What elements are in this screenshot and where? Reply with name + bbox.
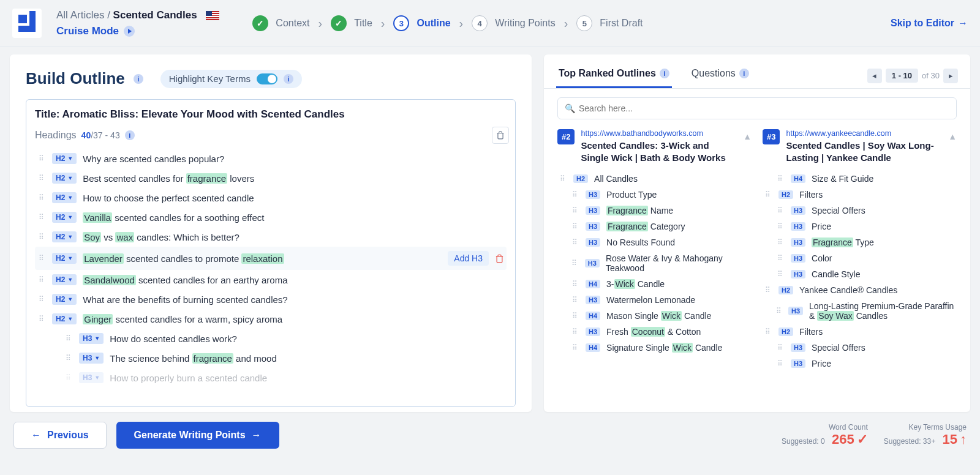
drag-handle-icon[interactable]: ⠿ [37,295,46,304]
heading-tag-select[interactable]: H2▼ [52,192,77,203]
drag-handle-icon[interactable]: ⠿ [776,254,785,263]
drag-handle-icon[interactable]: ⠿ [64,354,73,362]
competitor-heading[interactable]: ⠿ H3 No Results Found [570,234,752,250]
competitor-heading[interactable]: ⠿ H2 Filters [763,187,957,203]
info-icon[interactable]: i [125,130,135,140]
drag-handle-icon[interactable]: ⠿ [571,280,579,288]
step-title[interactable]: Title [322,15,381,31]
drag-handle-icon[interactable]: ⠿ [571,222,579,231]
info-icon[interactable]: i [660,69,669,78]
competitor-heading[interactable]: ⠿ H3 Fragrance Name [570,203,752,219]
competitor-heading[interactable]: ⠿ H3 Price [775,219,957,234]
skip-to-editor-button[interactable]: Skip to Editor → [891,18,968,29]
drag-handle-icon[interactable]: ⠿ [571,296,579,304]
tab-questions[interactable]: Questionsi [689,63,752,88]
drag-handle-icon[interactable]: ⠿ [776,343,785,352]
competitor-heading[interactable]: ⠿ H3 Candle Style [775,266,957,282]
drag-handle-icon[interactable]: ⠿ [764,286,772,294]
heading-text[interactable]: Soy vs wax candles: Which is better? [83,232,239,242]
heading-tag-select[interactable]: H3▼ [79,372,104,383]
toggle-on-icon[interactable] [257,73,277,84]
outline-row[interactable]: ⠿ H2▼ Lavender scented candles to promot… [35,247,507,270]
drag-handle-icon[interactable]: ⠿ [37,275,46,284]
heading-tag-select[interactable]: H2▼ [52,173,77,184]
heading-tag-select[interactable]: H2▼ [52,231,77,242]
drag-handle-icon[interactable]: ⠿ [571,312,579,320]
delete-row-button[interactable] [495,254,504,263]
drag-handle-icon[interactable]: ⠿ [37,154,46,163]
outline-row[interactable]: ⠿ H2▼ Vanilla scented candles for a soot… [35,208,507,227]
outline-row[interactable]: ⠿ H2▼ Best scented candles for fragrance… [35,168,507,188]
heading-tag-select[interactable]: H2▼ [52,153,77,164]
tab-top-ranked[interactable]: Top Ranked Outlinesi [556,63,672,88]
heading-text[interactable]: Ginger scented candles for a warm, spicy… [83,314,282,324]
outline-row[interactable]: ⠿ H3▼ The science behind fragrance and m… [62,348,507,368]
collapse-icon[interactable]: ▲ [743,132,752,141]
drag-handle-icon[interactable]: ⠿ [37,254,46,263]
info-icon[interactable]: i [284,74,293,84]
drag-handle-icon[interactable]: ⠿ [776,307,782,315]
search-input[interactable] [557,97,957,119]
heading-tag-select[interactable]: H2▼ [52,212,77,223]
breadcrumb-root[interactable]: All Articles [56,9,104,21]
heading-tag-select[interactable]: H2▼ [52,313,77,324]
info-icon[interactable]: i [739,69,749,78]
drag-handle-icon[interactable]: ⠿ [776,270,785,279]
step-context[interactable]: Context [244,15,318,31]
highlight-key-terms-toggle[interactable]: Highlight Key Terms i [160,70,302,88]
competitor-heading[interactable]: ⠿ H3 Color [775,250,957,266]
drag-handle-icon[interactable]: ⠿ [776,222,785,231]
heading-text[interactable]: How to choose the perfect scented candle [83,193,254,203]
heading-text[interactable]: Vanilla scented candles for a soothing e… [83,212,264,223]
heading-text[interactable]: Sandalwood scented candles for an earthy… [83,275,287,285]
drag-handle-icon[interactable]: ⠿ [776,206,785,215]
drag-handle-icon[interactable]: ⠿ [764,327,772,336]
outline-row[interactable]: ⠿ H2▼ Ginger scented candles for a warm,… [35,309,507,329]
drag-handle-icon[interactable]: ⠿ [37,213,46,222]
heading-text[interactable]: How to properly burn a scented candle [110,373,267,383]
competitor-heading[interactable]: ⠿ H2 All Candles [557,171,752,187]
competitor-heading[interactable]: ⠿ H3 Long-Lasting Premium-Grade Paraffin… [775,298,957,324]
drag-handle-icon[interactable]: ⠿ [64,373,73,382]
step-writing points[interactable]: 4 Writing Points [463,15,564,31]
competitor-heading[interactable]: ⠿ H3 Fragrance Type [775,234,957,250]
competitor-heading[interactable]: ⠿ H4 Mason Single Wick Candle [570,308,752,324]
outline-row[interactable]: ⠿ H2▼ What are the benefits of burning s… [35,290,507,309]
competitor-heading[interactable]: ⠿ H4 Size & Fit Guide [775,171,957,187]
step-first draft[interactable]: 5 First Draft [568,15,651,31]
competitor-heading[interactable]: ⠿ H4 Signature Single Wick Candle [570,340,752,356]
outline-row[interactable]: ⠿ H2▼ Sandalwood scented candles for an … [35,270,507,290]
drag-handle-icon[interactable]: ⠿ [571,206,579,215]
outline-row[interactable]: ⠿ H2▼ Soy vs wax candles: Which is bette… [35,227,507,247]
heading-text[interactable]: The science behind fragrance and mood [110,353,277,364]
competitor-heading[interactable]: ⠿ H2 Yankee Candle® Candles [763,282,957,298]
drag-handle-icon[interactable]: ⠿ [571,259,579,267]
heading-text[interactable]: How do scented candles work? [110,334,237,344]
heading-text[interactable]: Why are scented candles popular? [83,154,224,164]
competitor-heading[interactable]: ⠿ H3 Price [775,356,957,372]
heading-tag-select[interactable]: H2▼ [52,253,77,264]
competitor-url[interactable]: https://www.yankeecandle.com [786,129,942,138]
drag-handle-icon[interactable]: ⠿ [64,334,73,343]
page-next-button[interactable]: ▸ [943,69,958,83]
competitor-heading[interactable]: ⠿ H3 Fragrance Category [570,219,752,234]
drag-handle-icon[interactable]: ⠿ [559,174,567,183]
drag-handle-icon[interactable]: ⠿ [571,327,579,336]
info-icon[interactable]: i [134,74,143,84]
drag-handle-icon[interactable]: ⠿ [37,193,46,202]
delete-all-button[interactable] [492,127,509,144]
drag-handle-icon[interactable]: ⠿ [776,359,785,368]
generate-writing-points-button[interactable]: Generate Writing Points → [116,422,279,449]
heading-text[interactable]: Lavender scented candles to promote rela… [83,253,284,264]
outline-row[interactable]: ⠿ H3▼ How do scented candles work? [62,329,507,348]
page-prev-button[interactable]: ◂ [867,69,882,83]
drag-handle-icon[interactable]: ⠿ [776,174,785,183]
competitor-heading[interactable]: ⠿ H3 Watermelon Lemonade [570,292,752,308]
competitor-url[interactable]: https://www.bathandbodyworks.com [581,129,737,138]
heading-tag-select[interactable]: H3▼ [79,333,104,344]
drag-handle-icon[interactable]: ⠿ [764,190,772,199]
drag-handle-icon[interactable]: ⠿ [571,238,579,247]
outline-row[interactable]: ⠿ H3▼ How to properly burn a scented can… [62,368,507,387]
competitor-heading[interactable]: ⠿ H3 Special Offers [775,203,957,219]
outline-row[interactable]: ⠿ H2▼ Why are scented candles popular? [35,149,507,168]
